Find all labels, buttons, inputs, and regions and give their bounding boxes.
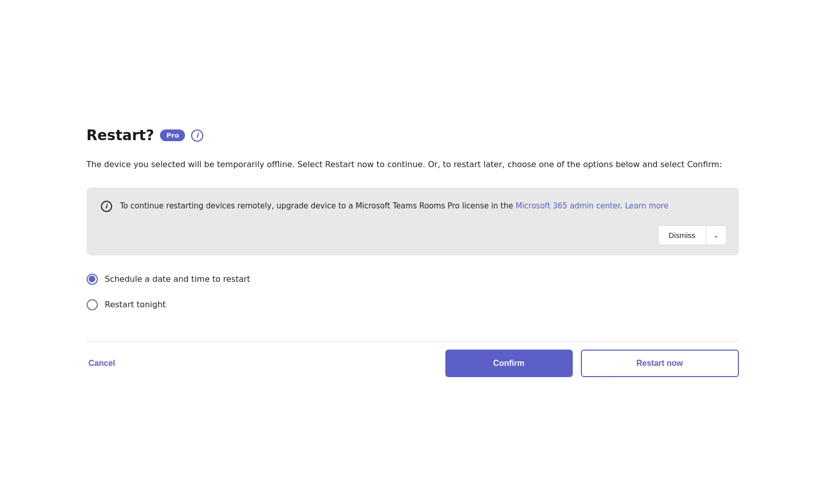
radio-schedule[interactable]: Schedule a date and time to restart xyxy=(87,274,739,285)
dialog-description: The device you selected will be temporar… xyxy=(87,158,739,171)
notice-text-between: . xyxy=(620,201,625,210)
radio-schedule-label: Schedule a date and time to restart xyxy=(105,274,251,284)
notice-text: To continue restarting devices remotely,… xyxy=(120,201,669,210)
learn-more-link[interactable]: Learn more xyxy=(625,201,669,210)
dialog-footer: Cancel Confirm Restart now xyxy=(87,341,739,377)
dialog-header: Restart? Pro i xyxy=(87,127,739,144)
radio-schedule-input[interactable] xyxy=(87,274,98,285)
notice-box: i To continue restarting devices remotel… xyxy=(87,188,739,255)
microsoft-365-admin-center-link[interactable]: Microsoft 365 admin center xyxy=(516,201,620,210)
restart-now-button[interactable]: Restart now xyxy=(581,350,739,377)
dismiss-button-container: Dismiss ⌄ xyxy=(658,225,727,245)
notice-text-before-link: To continue restarting devices remotely,… xyxy=(120,201,516,210)
footer-right: Confirm Restart now xyxy=(445,350,739,377)
pro-badge: Pro xyxy=(160,129,185,141)
radio-tonight[interactable]: Restart tonight xyxy=(87,299,739,310)
notice-info-icon: i xyxy=(101,201,112,212)
dismiss-chevron-button[interactable]: ⌄ xyxy=(706,226,726,245)
radio-tonight-label: Restart tonight xyxy=(105,300,166,309)
cancel-button[interactable]: Cancel xyxy=(87,355,117,372)
dialog-title: Restart? xyxy=(87,127,154,144)
radio-tonight-input[interactable] xyxy=(87,299,98,310)
header-info-icon[interactable]: i xyxy=(191,129,203,142)
notice-content: To continue restarting devices remotely,… xyxy=(120,200,725,243)
radio-group: Schedule a date and time to restart Rest… xyxy=(87,274,739,310)
restart-dialog: Restart? Pro i The device you selected w… xyxy=(56,102,769,401)
chevron-down-icon: ⌄ xyxy=(713,231,719,239)
confirm-button[interactable]: Confirm xyxy=(445,350,573,377)
dismiss-button[interactable]: Dismiss xyxy=(658,226,706,245)
